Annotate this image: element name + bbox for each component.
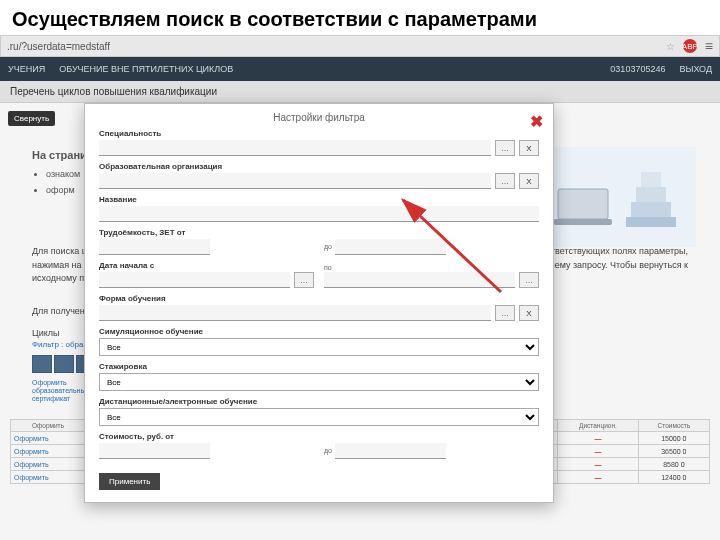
form-clear[interactable]: X [519,305,539,321]
org-input[interactable] [99,173,491,189]
specialty-picker[interactable]: … [495,140,515,156]
hours-from-label: Трудоёмкость, ЗЕТ от [99,228,314,237]
apply-button[interactable]: Применить [99,473,160,490]
dist-select[interactable]: Все [99,408,539,426]
slide-title: Осуществляем поиск в соответствии с пара… [0,0,720,35]
filter-modal: Настройки фильтра ✖ Специальность … X Об… [84,103,554,503]
stage-label: Стажировка [99,362,539,371]
app-viewport: УЧЕНИЯ ОБУЧЕНИЕ ВНЕ ПЯТИЛЕТНИХ ЦИКЛОВ 03… [0,57,720,540]
hours-from-input[interactable] [99,239,210,255]
abp-badge[interactable]: ABP [683,39,697,53]
dist-label: Дистанционные/электронные обучение [99,397,539,406]
org-clear[interactable]: X [519,173,539,189]
hours-to-label: до [324,243,332,250]
url-fragment: .ru/?userdata=medstaff [7,41,110,52]
hamburger-icon[interactable]: ≡ [705,38,713,54]
stage-select[interactable]: Все [99,373,539,391]
specialty-label: Специальность [99,129,539,138]
browser-bar: .ru/?userdata=medstaff ☆ ABP ≡ [0,35,720,57]
sim-select[interactable]: Все [99,338,539,356]
date-to-input[interactable] [324,272,515,288]
form-label: Форма обучения [99,294,539,303]
cost-to-label: до [324,447,332,454]
date-from-input[interactable] [99,272,290,288]
cost-from-label: Стоимость, руб. от [99,432,314,441]
date-from-picker[interactable]: … [294,272,314,288]
modal-backdrop: Настройки фильтра ✖ Специальность … X Об… [0,57,720,540]
date-from-label: Дата начала с [99,261,314,270]
modal-title: Настройки фильтра [99,112,539,123]
cost-to-input[interactable] [335,443,446,459]
date-to-picker[interactable]: … [519,272,539,288]
star-icon[interactable]: ☆ [666,41,675,52]
name-input[interactable] [99,206,539,222]
date-to-label: по [324,264,332,271]
cost-from-input[interactable] [99,443,210,459]
form-picker[interactable]: … [495,305,515,321]
hours-to-input[interactable] [335,239,446,255]
name-label: Название [99,195,539,204]
org-label: Образовательная организация [99,162,539,171]
org-picker[interactable]: … [495,173,515,189]
specialty-input[interactable] [99,140,491,156]
specialty-clear[interactable]: X [519,140,539,156]
form-input[interactable] [99,305,491,321]
close-icon[interactable]: ✖ [530,112,543,131]
sim-label: Симуляционное обучение [99,327,539,336]
